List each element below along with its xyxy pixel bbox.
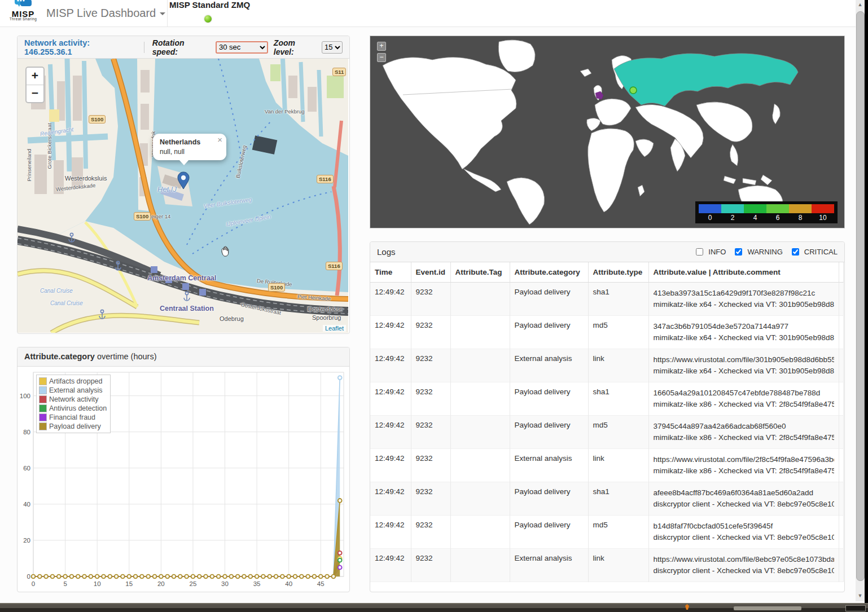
zoom-level-select[interactable]: 15 [322,41,343,54]
popup-close-icon[interactable]: × [217,135,222,144]
zmq-status: MISP Standard ZMQ [169,0,254,23]
log-value-cell: https://www.virustotal.com/file/2f8c54f9… [648,449,839,482]
network-activity-title[interactable]: Network activity: 146.255.36.1 [24,38,136,56]
header-divider [144,42,144,53]
vertical-scrollbar[interactable]: ▲ ▼ [856,0,865,601]
rotation-speed-label: Rotation speed: [152,38,210,56]
log-row: 12:49:429232Payload deliverymd5b14d8faf7… [370,516,843,549]
log-cell: External analysis [510,449,588,482]
scroll-down-button[interactable]: ▼ [856,591,865,600]
log-value-cell: https://www.virustotal.com/file/301b905e… [648,349,839,382]
log-cell: Payload delivery [510,482,588,516]
leaflet-attribution-link[interactable]: Leaflet [323,325,346,332]
log-cell: Payload delivery [510,283,588,316]
os-taskbar [0,603,868,612]
log-cell: sha1 [588,482,648,516]
filter-label: WARNING [747,248,782,256]
scale-ticks: 0246810 [699,213,834,222]
log-row: 12:49:429232External analysislinkhttps:/… [370,349,843,382]
svg-text:20: 20 [23,537,30,544]
map-place-label: Centraal Station [160,305,214,312]
world-zoom-in-button[interactable]: + [377,42,386,51]
map-zoom-control: + − [25,67,45,103]
taskbar-pencil-icon[interactable] [685,604,689,610]
world-zoom-out-button[interactable]: − [377,53,386,62]
svg-text:30: 30 [221,580,229,587]
column-header: Attribute.type [588,262,648,283]
world-map-zoom-control: + − [377,42,386,64]
map-place-label: Odebrug [220,315,244,322]
log-cell: Payload delivery [510,416,588,449]
chart-area: 051015202530354045020406080100 Artifacts… [17,367,348,591]
attribute-comment: mimikatz-like x64 - Xchecked via VT: 301… [654,366,834,377]
leaflet-map[interactable]: + − × Netherlands null, null Westerdoksl [17,59,348,333]
misp-logo[interactable]: MISP Threat Sharing [6,0,41,27]
legend-item: Financial fraud [39,413,107,422]
zmq-status-dot [204,15,212,23]
log-cell: 12:49:42 [370,549,411,582]
logs-header: Logs INFOWARNINGCRITICAL [370,242,844,262]
road-badge: S11 [332,68,346,76]
svg-text:10: 10 [94,580,101,587]
log-row: 12:49:429232External analysislinkhttps:/… [370,549,843,582]
legend-label: Antivirus detection [49,404,107,412]
taskbar-tray[interactable] [845,605,866,611]
filter-checkbox-critical[interactable] [792,248,799,256]
map-place-label: Oosterdokse [308,306,343,312]
attribute-comment: diskcryptor client - Xchecked via VT: 8e… [654,532,834,543]
log-value-cell: https://www.virustotal.com/file/8ebc97e0… [648,549,839,582]
attribute-value: b14d8faf7f0cbcfad051cefe5f39645f [654,521,834,532]
svg-text:20: 20 [157,580,165,587]
scrollbar-thumb[interactable] [856,11,865,581]
attribute-value: 37945c44a897aa42a66adcab68f560e0 [654,421,834,432]
log-cell [450,349,510,382]
log-row: 12:49:429232Payload deliverysha116605a4a… [370,382,843,416]
log-value-cell: 16605a4a29a101208457c47ebfde788487be788d… [648,382,839,416]
log-cell: md5 [588,316,648,349]
map-place-label: Prinseneiland [26,149,32,182]
column-header: Attribute.value | Attribute.comment [648,262,839,283]
log-cell: External analysis [510,549,588,582]
chevron-down-icon [160,12,165,15]
log-cell: 12:49:42 [370,416,411,449]
filter-checkbox-warning[interactable] [735,248,742,256]
taskbar-item[interactable] [734,606,801,610]
dashboard-menu[interactable]: MISP Live Dashboard [46,0,165,27]
log-cell: 12:49:42 [370,482,411,516]
legend-label: Network activity [49,395,99,403]
log-cell: md5 [588,416,648,449]
scroll-up-button[interactable]: ▲ [856,0,865,9]
chart-panel-header: Attribute.category overtime (hours) [17,347,349,367]
scale-swatch [721,204,744,213]
brand-tagline: Threat Sharing [6,17,41,21]
world-map-panel: + − [370,36,845,228]
log-cell: 9232 [411,549,450,582]
log-row: 12:49:429232Payload deliverysha1afeee8b4… [370,482,843,516]
filter-label: CRITICAL [804,248,838,256]
chart-title-bold: Attribute.category [24,352,95,361]
log-cell [450,416,510,449]
rotation-speed-select[interactable]: 30 sec [216,41,268,54]
svg-text:0: 0 [32,580,35,587]
svg-text:45: 45 [317,580,325,587]
map-zoom-out-button[interactable]: − [27,85,43,102]
log-cell: link [588,449,648,482]
log-value-cell: 37945c44a897aa42a66adcab68f560e0mimikatz… [648,416,839,449]
log-cell [450,549,510,582]
attribute-category-panel: Attribute.category overtime (hours) 0510… [17,347,350,592]
zoom-level-label: Zoom level: [274,38,316,56]
road-badge: S116 [326,262,343,270]
network-activity-panel: Network activity: 146.255.36.1 Rotation … [17,36,350,334]
filter-checkbox-info[interactable] [696,248,703,256]
log-cell: 12:49:42 [370,382,411,416]
attribute-comment: mimikatz-like x86 - Xchecked via VT: 2f8… [654,399,834,410]
svg-text:100: 100 [20,393,30,399]
log-cell: Payload delivery [510,382,588,416]
map-place-label: Het IJ [157,185,177,193]
navbar-divider [167,0,168,27]
log-row: 12:49:429232Payload deliverymd5347ac3b6b… [370,316,843,349]
log-cell: External analysis [510,349,588,382]
log-cell [450,316,510,349]
log-cell [450,382,510,416]
map-zoom-in-button[interactable]: + [27,68,43,85]
